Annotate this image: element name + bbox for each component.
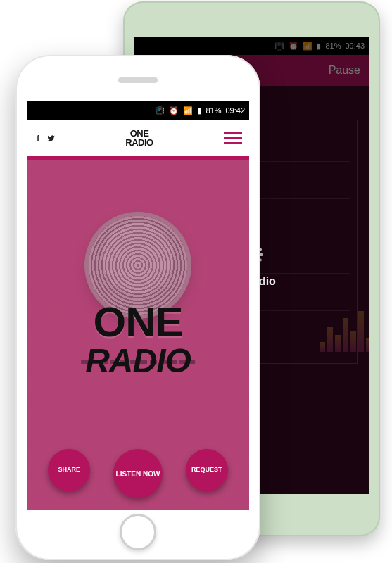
signal-icon: ▮ (197, 106, 201, 115)
wifi-icon: 📶 (183, 106, 193, 115)
vibrate-icon: 📳 (155, 106, 165, 115)
brand-logo-small: ONE RADIO (55, 129, 224, 147)
battery-text: 81% (206, 106, 221, 115)
action-bar: SHARE LISTEN NOW REQUEST (27, 449, 249, 498)
facebook-icon[interactable]: f (34, 134, 42, 142)
share-button[interactable]: SHARE (48, 449, 90, 491)
listen-now-button[interactable]: LISTEN NOW (113, 449, 163, 498)
request-button[interactable]: REQUEST (186, 449, 228, 491)
app-header-front: f ONE RADIO (27, 120, 249, 156)
twitter-icon[interactable] (46, 134, 55, 142)
screen-front: 📳 ⏰ 📶 ▮ 81% 09:42 f ONE RADIO ONE (27, 101, 249, 510)
alarm-icon: ⏰ (169, 106, 179, 115)
status-bar-front: 📳 ⏰ 📶 ▮ 81% 09:42 (27, 101, 249, 120)
brand-logo-large: ONE RADIO (85, 303, 191, 378)
hero-area: ONE RADIO SHARE LISTEN NOW REQUEST (27, 160, 249, 510)
hamburger-menu-icon[interactable] (224, 132, 242, 144)
social-links: f (34, 134, 55, 142)
phone-frame-front: 📳 ⏰ 📶 ▮ 81% 09:42 f ONE RADIO ONE (15, 55, 260, 560)
clock-text: 09:42 (225, 106, 245, 115)
